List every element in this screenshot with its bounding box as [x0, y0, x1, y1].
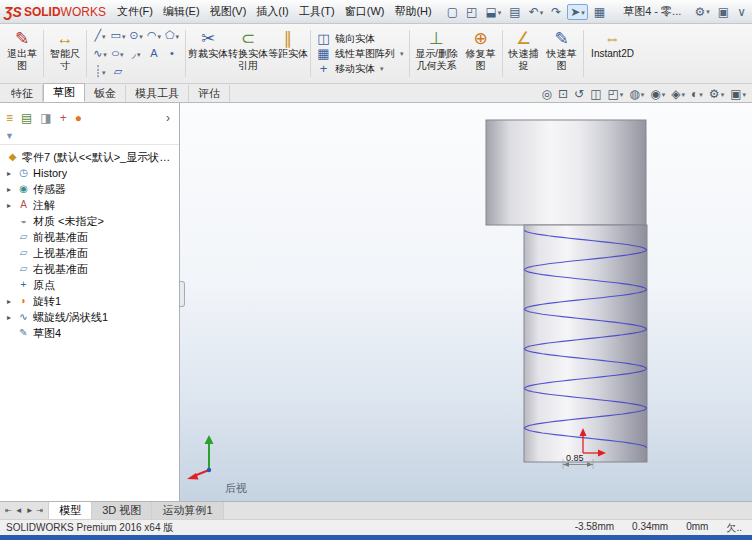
tree-item-front-plane[interactable]: ▱ 前视基准面: [0, 229, 179, 245]
tree-item-annotations[interactable]: ▸ A 注解: [0, 197, 179, 213]
dropdown-arrow-icon[interactable]: [136, 48, 141, 59]
panel-splitter-grip[interactable]: [180, 281, 185, 307]
expand-arrow-icon[interactable]: ▸: [4, 313, 14, 322]
dropdown-arrow-icon[interactable]: [497, 6, 502, 18]
display-delete-relations-button[interactable]: ⊥ 显示/删除几何关系: [412, 26, 462, 81]
expand-arrow-icon[interactable]: ▸: [4, 169, 14, 178]
tab-motion-study1[interactable]: 运动算例1: [152, 502, 223, 519]
tab-evaluate[interactable]: 评估: [189, 85, 230, 102]
dropdown-arrow-icon[interactable]: [619, 88, 624, 100]
trim-entities-button[interactable]: ✂ 剪裁实体: [188, 26, 228, 81]
undo-icon[interactable]: ↶: [527, 5, 546, 19]
tree-item-top-plane[interactable]: ▱ 上视基准面: [0, 245, 179, 261]
propertymanager-tab[interactable]: ▤: [21, 112, 32, 124]
filter-funnel-icon[interactable]: ▼: [5, 131, 14, 141]
dropdown-arrow-icon[interactable]: [399, 49, 404, 59]
tree-item-helix1[interactable]: ▸ ∿ 螺旋线/涡状线1: [0, 309, 179, 325]
view-settings-icon[interactable]: ⚙: [709, 88, 724, 100]
dropdown-arrow-icon[interactable]: [157, 30, 162, 41]
zoom-area-icon[interactable]: ⊡: [558, 88, 568, 100]
configurationmanager-tab[interactable]: ◨: [40, 112, 51, 124]
display-monitor-icon[interactable]: ▣: [730, 88, 746, 100]
dropdown-arrow-icon[interactable]: [121, 30, 126, 41]
rapid-sketch-button[interactable]: ✎ 快速草图: [543, 26, 581, 81]
construction-geometry-icon[interactable]: ▱: [109, 63, 127, 81]
exit-sketch-button[interactable]: ✎ 退出草图: [3, 26, 41, 81]
tree-item-material[interactable]: ◒ 材质 <未指定>: [0, 213, 179, 229]
tab-mold-tools[interactable]: 模具工具: [126, 85, 189, 102]
redo-icon[interactable]: ↷: [549, 5, 563, 19]
dropdown-arrow-icon[interactable]: [379, 64, 384, 74]
previous-view-icon[interactable]: ↺: [574, 88, 584, 100]
new-document-icon[interactable]: ▢: [445, 5, 460, 19]
dropdown-arrow-icon[interactable]: [640, 88, 645, 100]
dropdown-arrow-icon[interactable]: [720, 88, 725, 100]
hide-show-items-icon[interactable]: ◉: [650, 88, 665, 100]
displaymanager-tab[interactable]: ●: [75, 112, 82, 124]
menu-view[interactable]: 视图(V): [205, 2, 252, 21]
tree-item-sketch4[interactable]: ✎ 草图4: [0, 325, 179, 341]
linear-sketch-pattern-button[interactable]: ▦ 线性草图阵列: [316, 47, 404, 60]
point-icon[interactable]: •: [163, 45, 181, 63]
dropdown-arrow-icon[interactable]: [102, 48, 107, 59]
repair-sketch-button[interactable]: ⊕ 修复草图: [462, 26, 500, 81]
tree-item-origin[interactable]: + 原点: [0, 277, 179, 293]
view-orientation-icon[interactable]: ◰: [607, 88, 623, 100]
text-icon[interactable]: A: [145, 45, 163, 63]
polygon-icon[interactable]: ⬠: [163, 27, 181, 45]
line-icon[interactable]: ╱: [91, 27, 109, 45]
menu-file[interactable]: 文件(F): [112, 2, 158, 21]
dropdown-arrow-icon[interactable]: [101, 66, 106, 77]
tree-item-right-plane[interactable]: ▱ 右视基准面: [0, 261, 179, 277]
first-tab-icon[interactable]: ⇤: [5, 506, 12, 515]
menu-edit[interactable]: 编辑(E): [158, 2, 205, 21]
dropdown-arrow-icon[interactable]: [539, 6, 544, 18]
tab-sketch[interactable]: 草图: [43, 83, 85, 102]
dropdown-arrow-icon[interactable]: [580, 6, 585, 18]
quick-snaps-button[interactable]: ∠ 快速捕捉: [505, 26, 543, 81]
apply-scene-icon[interactable]: ◐: [691, 88, 703, 100]
model-cap-face[interactable]: [486, 120, 646, 225]
zoom-fit-icon[interactable]: ◎: [542, 88, 552, 100]
offset-entities-button[interactable]: ∥ 等距实体: [268, 26, 308, 81]
tree-item-history[interactable]: ▸ ◷ History: [0, 165, 179, 181]
section-view-icon[interactable]: ◫: [590, 88, 601, 100]
tree-item-sensors[interactable]: ▸ ◉ 传感器: [0, 181, 179, 197]
ellipse-icon[interactable]: ○: [109, 45, 127, 63]
dropdown-arrow-icon[interactable]: [681, 88, 686, 100]
spline-icon[interactable]: ∿: [91, 45, 109, 63]
featuremanager-tab[interactable]: ≡: [6, 112, 13, 124]
expand-arrow-icon[interactable]: ▸: [4, 297, 14, 306]
previous-tab-icon[interactable]: ◄: [15, 506, 23, 515]
tab-model[interactable]: 模型: [49, 502, 92, 519]
rectangle-icon[interactable]: ▭: [109, 27, 127, 45]
open-document-icon[interactable]: ◰: [464, 5, 479, 19]
tab-sheet-metal[interactable]: 钣金: [85, 85, 126, 102]
dropdown-arrow-icon[interactable]: [741, 88, 746, 100]
instant2d-button[interactable]: ⇔ Instant2D: [586, 26, 640, 81]
dimxpert-tab[interactable]: +: [60, 112, 67, 124]
mirror-entities-button[interactable]: ◫ 镜向实体: [316, 32, 404, 45]
expand-arrow-icon[interactable]: ▸: [4, 201, 14, 210]
select-cursor-icon[interactable]: ➤: [567, 4, 588, 20]
dropdown-arrow-icon[interactable]: [101, 30, 106, 41]
tab-features[interactable]: 特征: [2, 85, 43, 102]
display-style-icon[interactable]: ◍: [629, 88, 644, 100]
edit-appearance-icon[interactable]: ◈: [671, 88, 685, 100]
dropdown-arrow-icon[interactable]: [175, 30, 180, 41]
print-icon[interactable]: ▤: [507, 5, 522, 19]
next-tab-icon[interactable]: ►: [26, 506, 34, 515]
rebuild-icon[interactable]: ▦: [592, 5, 607, 19]
move-entities-button[interactable]: + 移动实体: [316, 62, 404, 75]
graphics-area[interactable]: 0.85 后视: [180, 103, 752, 501]
menu-window[interactable]: 窗口(W): [340, 2, 390, 21]
dropdown-arrow-icon[interactable]: [698, 88, 703, 100]
arc-icon[interactable]: ◠: [145, 27, 163, 45]
tree-root-item[interactable]: ◆ 零件7 (默认<<默认>_显示状态 1>): [0, 149, 179, 165]
last-tab-icon[interactable]: ⇥: [37, 506, 44, 515]
expand-arrow-icon[interactable]: ▸: [4, 185, 14, 194]
collapse-chevron-icon[interactable]: ∨: [737, 5, 746, 19]
panel-collapse-arrow[interactable]: ›: [163, 111, 173, 125]
dimension-text[interactable]: 0.85: [566, 453, 584, 463]
smart-dimension-button[interactable]: ↔ 智能尺寸: [46, 26, 84, 81]
